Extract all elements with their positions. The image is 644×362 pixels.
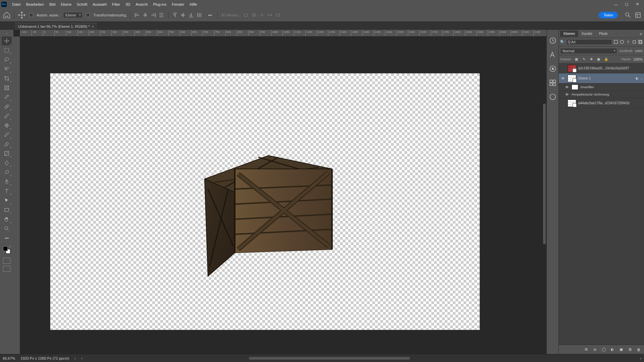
document-dimensions[interactable]: 1920 Px x 1080 Px (72 ppcm) (20, 356, 69, 360)
scroll-right-icon[interactable]: › (640, 356, 641, 360)
maximize-button[interactable]: ▢ (621, 1, 632, 8)
distribute-h-icon[interactable] (158, 12, 165, 18)
layer-name[interactable]: a44abc5ae178a...d23416728942d (578, 101, 643, 105)
distribute-v-icon[interactable] (196, 12, 203, 18)
expand-icon[interactable]: ⌵ (641, 76, 643, 80)
menu-ansicht[interactable]: Ansicht (133, 2, 150, 6)
delete-layer-icon[interactable]: 🗑 (636, 347, 641, 352)
frame-tool[interactable] (2, 83, 12, 92)
lock-pixels-icon[interactable]: ✎ (581, 57, 587, 62)
libraries-panel-icon[interactable] (549, 79, 557, 87)
eyedropper-tool[interactable] (2, 93, 12, 102)
layer-row[interactable]: 👁 Ebene 1 ◐ ⌵ (559, 73, 644, 83)
color-panel-icon[interactable] (549, 65, 557, 73)
align-center-h-icon[interactable] (142, 12, 149, 18)
layer-thumbnail[interactable] (568, 100, 576, 107)
close-tab-icon[interactable]: × (92, 24, 94, 28)
smart-filter-badge-icon[interactable]: ◐ (636, 76, 639, 80)
filter-pixel-icon[interactable] (613, 39, 618, 45)
marquee-tool[interactable] (2, 46, 12, 55)
align-left-icon[interactable] (134, 12, 141, 18)
menu-fenster[interactable]: Fenster (169, 2, 187, 6)
close-button[interactable]: ✕ (632, 1, 643, 8)
lock-all-icon[interactable]: 🔒 (603, 57, 609, 62)
zoom-level[interactable]: 66,67% (3, 356, 15, 360)
home-icon[interactable] (3, 11, 11, 19)
new-group-icon[interactable]: ▣ (619, 347, 624, 352)
layer-name[interactable]: a2c1957d6ea35...10c0a16a2d287 (578, 66, 643, 70)
pen-tool[interactable] (2, 177, 12, 186)
collapse-tools-icon[interactable]: » (5, 31, 8, 36)
align-top-icon[interactable] (172, 12, 178, 18)
quick-mask-icon[interactable] (3, 258, 10, 264)
swap-colors-icon[interactable]: ⤢ (9, 245, 11, 248)
vertical-scrollbar[interactable] (543, 104, 546, 244)
smart-filter-row[interactable]: 👁 Smartfilter (559, 83, 644, 91)
dodge-tool[interactable] (2, 168, 12, 177)
zoom-tool[interactable] (2, 224, 12, 233)
filter-entry-row[interactable]: 👁 Perspektivische Verformung (559, 91, 644, 98)
menu-auswahl[interactable]: Auswahl (90, 2, 109, 6)
align-right-icon[interactable] (150, 12, 157, 18)
filter-shape-icon[interactable] (632, 39, 637, 45)
menu-schrift[interactable]: Schrift (74, 2, 90, 6)
menu-filter[interactable]: Filter (109, 2, 123, 6)
hand-tool[interactable] (2, 215, 12, 224)
transform-controls-checkbox[interactable] (86, 13, 90, 17)
adjustment-layer-icon[interactable]: ◐ (610, 347, 615, 352)
history-brush-tool[interactable] (2, 130, 12, 139)
status-arrow-icon[interactable]: › (74, 356, 76, 360)
screen-mode-icon[interactable] (3, 266, 10, 272)
minimize-button[interactable]: — (610, 1, 621, 8)
document-tab[interactable]: Unbenannt-1 bei 66,7% (Ebene 1, RGB/8) *… (15, 23, 97, 30)
menu-bild[interactable]: Bild (47, 2, 58, 6)
lock-transparent-icon[interactable]: ▦ (574, 57, 579, 62)
menu-ebene[interactable]: Ebene (58, 2, 74, 6)
scroll-left-icon[interactable]: ‹ (81, 356, 83, 360)
tab-ebenen[interactable]: Ebenen (560, 31, 578, 37)
color-swatches[interactable]: ⤢ (2, 245, 12, 255)
tab-pfade[interactable]: Pfade (596, 31, 611, 37)
clone-stamp-tool[interactable] (2, 121, 12, 130)
fill-value[interactable]: 100% (633, 57, 643, 61)
character-panel-icon[interactable] (549, 51, 557, 59)
search-icon[interactable] (625, 12, 631, 18)
layer-mask-icon[interactable]: ◯ (601, 347, 606, 352)
menu-hilfe[interactable]: Hilfe (187, 2, 200, 6)
panel-menu-icon[interactable]: ≡ (638, 32, 644, 36)
workspace-icon[interactable] (635, 12, 641, 18)
properties-panel-icon[interactable] (549, 37, 557, 45)
menu-3d[interactable]: 3D (123, 2, 133, 6)
comments-panel-icon[interactable] (549, 93, 557, 101)
eraser-tool[interactable] (2, 140, 12, 148)
path-select-tool[interactable] (2, 196, 12, 205)
layer-row[interactable]: a44abc5ae178a...d23416728942d (559, 98, 644, 108)
auto-select-checkbox[interactable] (29, 13, 33, 17)
quick-select-tool[interactable] (2, 65, 12, 73)
healing-tool[interactable] (2, 102, 12, 111)
layer-thumbnail[interactable] (568, 65, 576, 72)
tab-kanaele[interactable]: Kanäle (578, 31, 595, 37)
rectangle-tool[interactable] (2, 205, 12, 214)
menu-datei[interactable]: Datei (9, 2, 23, 6)
filter-adjust-icon[interactable] (620, 39, 624, 45)
brush-tool[interactable] (2, 112, 12, 120)
align-middle-icon[interactable] (180, 12, 186, 18)
auto-select-dropdown[interactable]: Ebene (63, 12, 83, 18)
horizontal-scrollbar[interactable] (115, 357, 608, 360)
edit-toolbar-icon[interactable]: ••• (2, 234, 12, 242)
visibility-toggle[interactable]: 👁 (564, 85, 570, 89)
share-button[interactable]: Teilen (599, 12, 618, 18)
layer-name[interactable]: Ebene 1 (578, 76, 634, 80)
visibility-toggle[interactable]: 👁 (564, 93, 570, 97)
opacity-value[interactable]: 100% (635, 49, 643, 53)
lock-position-icon[interactable]: ✥ (589, 57, 594, 62)
filter-mask-thumbnail[interactable] (572, 84, 578, 90)
blend-mode-dropdown[interactable]: Normal (560, 48, 617, 54)
crop-tool[interactable] (2, 74, 12, 83)
canvas-viewport[interactable] (20, 37, 546, 354)
layer-row[interactable]: a2c1957d6ea35...10c0a16a2d287 (559, 63, 644, 73)
move-tool[interactable] (2, 37, 12, 45)
type-tool[interactable] (2, 187, 12, 195)
foreground-color-swatch[interactable] (3, 246, 8, 251)
